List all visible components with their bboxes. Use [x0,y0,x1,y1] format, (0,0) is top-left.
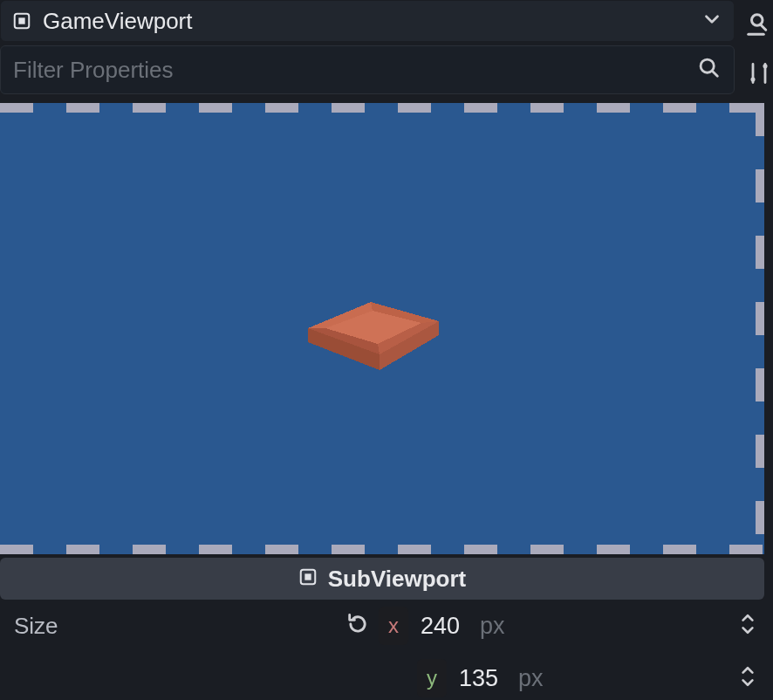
size-y-row: y 135 px [0,652,773,700]
size-property-row: Size x 240 px [0,600,773,652]
axis-y-badge: y [417,659,447,697]
spinner-icon[interactable] [736,610,759,642]
svg-rect-1 [18,17,24,24]
node-name: GameViewport [43,8,701,35]
reset-icon[interactable] [345,612,370,640]
chevron-down-icon[interactable] [701,8,723,34]
viewport-node-icon [298,567,318,590]
size-label: Size [14,613,345,640]
viewport-preview [0,103,764,554]
docs-icon[interactable] [738,0,771,49]
size-x-unit: px [480,613,736,640]
rendered-object [292,286,449,382]
search-icon[interactable] [697,56,722,84]
filter-input[interactable] [13,57,697,84]
viewport-border-right [756,103,764,554]
inspector-header[interactable]: GameViewport [0,0,735,42]
viewport-border-bottom [0,545,764,554]
viewport-border-top [0,103,764,113]
section-title: SubViewport [328,566,466,593]
svg-point-4 [763,64,767,68]
axis-x-badge: x [379,607,408,645]
subviewport-section-header[interactable]: SubViewport [0,558,764,600]
size-x-value[interactable]: 240 [421,613,480,640]
settings-sliders-icon[interactable] [738,49,771,98]
spinner-icon[interactable] [736,662,759,694]
svg-point-3 [750,77,755,81]
viewport-node-icon [11,10,32,31]
size-y-unit: px [518,665,736,692]
svg-rect-14 [304,573,311,580]
size-y-value[interactable]: 135 [459,665,518,692]
filter-properties-row [0,45,735,94]
